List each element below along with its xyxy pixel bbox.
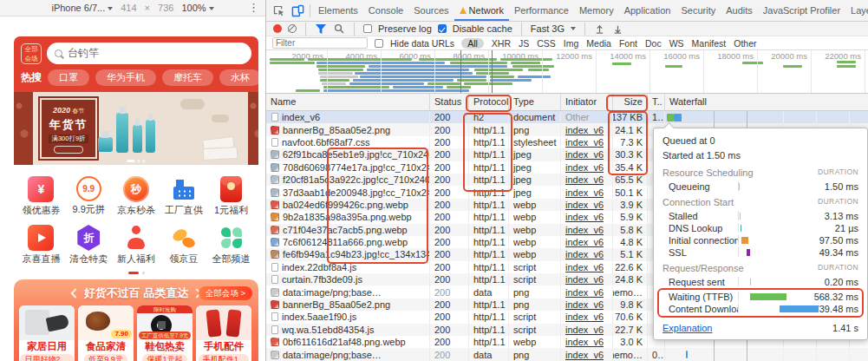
all-venues-badge[interactable]: 全部会场 <box>21 43 42 64</box>
initiator-link[interactable]: index_v6 <box>565 249 604 259</box>
quick-entry-miao[interactable]: 秒京东秒杀 <box>113 176 160 216</box>
quick-entry-hongbao[interactable]: 1元福利 <box>207 176 255 216</box>
device-width-field[interactable]: 414 <box>121 3 136 13</box>
request-name: data:image/png;base… <box>283 350 382 360</box>
filter-pill-ws[interactable]: WS <box>669 38 684 49</box>
filter-pill-media[interactable]: Media <box>586 38 611 49</box>
quick-entry-bean[interactable]: 领京豆 <box>160 225 207 265</box>
column-header-size[interactable]: Size <box>613 94 648 110</box>
quick-entry-factory[interactable]: 工厂直供 <box>160 176 207 216</box>
initiator-link[interactable]: index_v6 <box>565 325 604 335</box>
column-header-t[interactable]: T.. <box>648 94 665 110</box>
column-header-type[interactable]: Type <box>509 94 561 110</box>
initiator-link[interactable]: index_v6 <box>565 312 604 322</box>
tab-javascript-profiler[interactable]: JavaScript Profiler <box>758 0 845 21</box>
category-card[interactable]: 手机配件手机配件1... <box>196 305 251 361</box>
tab-elements[interactable]: Elements <box>313 0 363 21</box>
device-select[interactable]: iPhone 6/7... <box>51 3 113 13</box>
initiator-link[interactable]: index_v6 <box>565 237 604 247</box>
quick-entry-live[interactable]: 京喜直播 <box>17 225 65 265</box>
filter-input[interactable] <box>272 37 368 49</box>
timing-track <box>738 181 810 191</box>
initiator-link[interactable]: index_v6 <box>565 287 604 298</box>
table-row[interactable]: data:image/png;base…200datapngindex_v6(m… <box>266 348 868 360</box>
column-header-initiator[interactable]: Initiator <box>561 94 613 110</box>
quick-entry-person[interactable]: 新人福利 <box>113 225 160 265</box>
tab-network[interactable]: Network <box>454 0 509 21</box>
column-header-protocol[interactable]: Protocol <box>469 94 509 110</box>
column-header-waterfall[interactable]: Waterfall <box>665 94 868 110</box>
promo-banner[interactable]: 2020春节 年货节 满300打9折 <box>14 92 258 165</box>
inspect-element-icon[interactable] <box>269 2 288 19</box>
tab-performance[interactable]: Performance <box>509 0 574 21</box>
quick-entry-clover[interactable]: 全部频道 <box>207 225 255 265</box>
column-header-status[interactable]: Status <box>430 94 469 110</box>
initiator-link[interactable]: index_v6 <box>565 125 604 135</box>
initiator-link[interactable]: index_v6 <box>565 225 604 235</box>
filter-icon[interactable] <box>315 20 327 37</box>
hot-search-tag[interactable]: 口罩 <box>48 69 89 86</box>
timing-bar <box>741 225 741 232</box>
initiator-link[interactable]: index_v6 <box>565 187 604 198</box>
device-toolbar-toggle-icon[interactable] <box>288 2 307 19</box>
filter-pill-css[interactable]: CSS <box>537 38 556 49</box>
initiator-link[interactable]: index_v6 <box>565 299 604 310</box>
filter-pill-font[interactable]: Font <box>619 38 637 49</box>
export-har-icon[interactable] <box>612 20 624 37</box>
initiator-link[interactable]: index_v6 <box>565 137 604 148</box>
category-card[interactable]: 限时抢购工厂直供低至7.9元鞋包热卖保暖1元起 <box>137 305 193 361</box>
initiator-link[interactable]: index_v6 <box>565 200 604 210</box>
initiator-link[interactable]: index_v6 <box>565 337 604 347</box>
network-overview[interactable]: 2000 ms4000 ms6000 ms8000 ms10000 ms1200… <box>266 50 868 94</box>
tab-layers[interactable]: Layers <box>845 0 868 21</box>
banner-curtain-right <box>248 92 258 165</box>
hide-data-urls-checkbox[interactable] <box>375 39 383 48</box>
disable-cache-checkbox[interactable] <box>438 24 447 33</box>
all-venues-button[interactable]: 全部会场 > <box>199 286 252 300</box>
hot-search-tag[interactable]: 摩托车 <box>162 69 213 86</box>
device-height-field[interactable]: 736 <box>158 3 173 13</box>
device-toolbar-menu-icon[interactable]: ⋮ <box>248 1 259 14</box>
record-button[interactable] <box>273 24 282 33</box>
quick-entry-pin99[interactable]: 9.99.9元拼 <box>65 176 113 216</box>
tab-audits[interactable]: Audits <box>721 0 758 21</box>
filter-pill-other[interactable]: Other <box>734 38 756 49</box>
filter-pill-doc[interactable]: Doc <box>645 38 662 49</box>
throttling-select[interactable]: Fast 3G <box>531 23 576 34</box>
tab-security[interactable]: Security <box>675 0 721 21</box>
initiator-link[interactable]: index_v6 <box>565 212 604 222</box>
quick-entry-coupon[interactable]: ¥领优惠券 <box>17 176 65 216</box>
tab-console[interactable]: Console <box>363 0 408 21</box>
filter-pill-all[interactable]: All <box>461 38 484 49</box>
column-header-name[interactable]: Name <box>266 94 430 110</box>
category-card[interactable]: 家居日用日用好物2.... <box>19 305 75 361</box>
import-har-icon[interactable] <box>594 20 606 37</box>
filter-pill-manifest[interactable]: Manifest <box>692 38 727 49</box>
preserve-log-checkbox[interactable] <box>363 24 372 33</box>
zoom-select[interactable]: 100% <box>181 3 213 13</box>
filter-pill-img[interactable]: Img <box>564 38 579 49</box>
hot-search-tag[interactable]: 水杯 <box>219 69 261 86</box>
search-input[interactable]: 台钓竿 <box>47 43 251 64</box>
category-card[interactable]: 7.90食品家清低至9.9元 <box>78 305 134 361</box>
initiator-link[interactable]: index_v6 <box>565 350 604 360</box>
tab-application[interactable]: Application <box>619 0 676 21</box>
initiator-link[interactable]: index_v6 <box>565 274 604 285</box>
hot-search-tag[interactable]: 华为手机 <box>95 69 156 86</box>
initiator-link[interactable]: index_v6 <box>565 262 604 272</box>
quick-entry-zhe[interactable]: 折清仓特卖 <box>65 225 113 265</box>
explanation-link[interactable]: Explanation <box>662 323 713 333</box>
tab-sources[interactable]: Sources <box>408 0 454 21</box>
filter-pill-xhr[interactable]: XHR <box>492 38 511 49</box>
initiator-link[interactable]: index_v6 <box>565 174 604 185</box>
search-icon[interactable] <box>333 20 345 37</box>
clear-icon[interactable] <box>288 24 297 33</box>
filter-pill-js[interactable]: JS <box>519 38 529 49</box>
initiator-link[interactable]: index_v6 <box>565 149 604 160</box>
quick-entry-label: 京东秒杀 <box>113 205 160 216</box>
request-name: bannerBg_85aa05e2.png <box>283 125 390 135</box>
tab-memory[interactable]: Memory <box>574 0 619 21</box>
table-row[interactable]: index_v6200h2documentOther137 KB1… <box>266 111 868 123</box>
status-cell: 200 <box>430 311 469 323</box>
initiator-link[interactable]: index_v6 <box>565 162 604 173</box>
